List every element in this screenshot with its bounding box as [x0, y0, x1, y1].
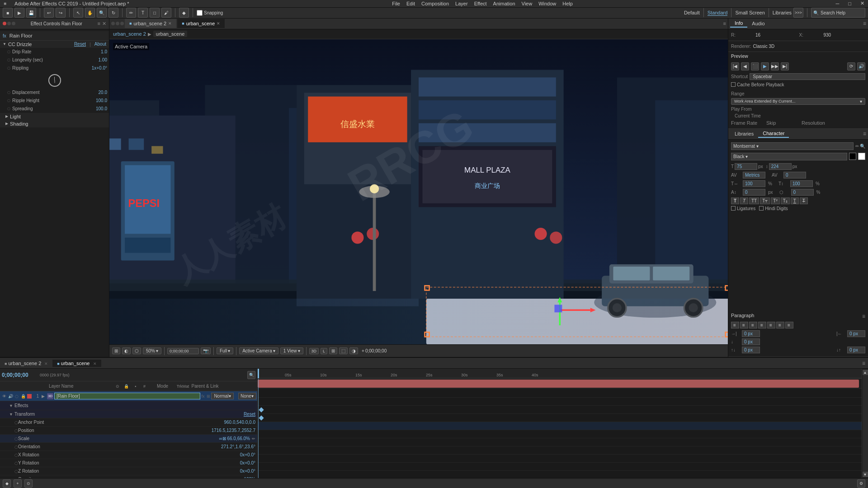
- redo-btn[interactable]: ↪: [56, 8, 66, 18]
- cache-checkbox[interactable]: Cache Before Playback: [731, 82, 784, 87]
- kerning-select[interactable]: Metrics: [743, 172, 765, 178]
- z-rotation-value[interactable]: 0x+0.0°: [240, 469, 255, 474]
- drip-rate-value[interactable]: 1.0: [80, 49, 107, 54]
- shape-tool[interactable]: □: [150, 8, 160, 18]
- workspace-standard[interactable]: Standard: [708, 10, 728, 16]
- anchor-stopwatch[interactable]: ◌: [14, 420, 18, 425]
- light-section[interactable]: ▶ Light: [0, 113, 109, 120]
- displacement-value[interactable]: 20.0: [80, 90, 107, 95]
- menu-window[interactable]: Window: [538, 1, 556, 6]
- close-tab-urban2[interactable]: ✕: [168, 21, 172, 26]
- window-maximize[interactable]: □: [848, 1, 851, 6]
- layer-1-mode[interactable]: Normal▾: [211, 393, 234, 399]
- align-left-btn[interactable]: ≡: [731, 322, 739, 328]
- prev-first-btn[interactable]: |◀: [731, 62, 739, 70]
- panel-close-btn[interactable]: ✕: [102, 21, 106, 27]
- tsumi-input[interactable]: 0: [791, 189, 814, 196]
- rotate-tool[interactable]: ↻: [108, 8, 118, 18]
- layer-1-fx[interactable]: fx: [200, 394, 206, 399]
- undo-btn[interactable]: ↩: [44, 8, 54, 18]
- workspace-libraries[interactable]: Libraries: [773, 10, 792, 15]
- viewport-timer-btn[interactable]: 0;00;00;00: [167, 348, 199, 354]
- grid-btn[interactable]: ⊞: [329, 347, 337, 354]
- y-rotation-value[interactable]: 0x+0.0°: [240, 460, 255, 465]
- baseline-input[interactable]: 0: [743, 189, 765, 196]
- menu-file[interactable]: File: [392, 1, 400, 6]
- layer-1-switch[interactable]: ⊞: [206, 394, 211, 399]
- yrot-stopwatch[interactable]: ◌: [14, 461, 18, 465]
- layer-1-color[interactable]: [27, 394, 32, 399]
- prev-back-btn[interactable]: ◀: [741, 62, 749, 70]
- longevity-value[interactable]: 1.00: [80, 57, 107, 62]
- tl-scrollbar[interactable]: ▲ ▼: [862, 369, 868, 478]
- viewport-grid-btn[interactable]: ⊞: [112, 347, 120, 354]
- font-style-select[interactable]: Black ▾: [731, 153, 847, 160]
- shortcut-value[interactable]: Spacebar: [750, 73, 865, 80]
- panel-menu-btn-comp[interactable]: ≡: [723, 21, 726, 26]
- longevity-row[interactable]: ◌ Longevity (sec) 1.00: [0, 56, 109, 64]
- tl-current-time[interactable]: 0;00;00;00: [2, 372, 38, 378]
- tl-search-btn[interactable]: 🔍: [247, 371, 255, 379]
- line-height-input[interactable]: 224: [769, 163, 792, 170]
- transform-reset-btn[interactable]: Reset: [242, 412, 255, 417]
- cache-cb[interactable]: [731, 82, 736, 87]
- pen-tool[interactable]: ✏: [126, 8, 136, 18]
- bold-btn[interactable]: T: [731, 197, 739, 204]
- view-dropdown[interactable]: Active Camera ▾: [239, 347, 278, 354]
- align-justify-center-btn[interactable]: ≡: [785, 322, 793, 328]
- layer-row-1[interactable]: 👁 🔊 ◌ 🔒 1 ▶ 3D [Rain Floor] fx ⊞ Normal▾: [0, 391, 257, 401]
- panel-menu-info[interactable]: ≡: [863, 20, 866, 27]
- region-btn[interactable]: ⬚: [339, 347, 348, 354]
- small-caps-btn[interactable]: Tᴛ: [760, 197, 770, 204]
- prev-mute-btn[interactable]: 🔊: [857, 62, 865, 70]
- tracking-input[interactable]: 0: [783, 172, 806, 178]
- tab-libraries[interactable]: Libraries: [730, 130, 758, 137]
- new-project-btn[interactable]: ■: [3, 8, 13, 18]
- workspace-more[interactable]: >>>: [793, 8, 803, 18]
- exposure-btn[interactable]: ◑: [349, 347, 358, 354]
- hindi-cb[interactable]: [759, 206, 764, 211]
- comp-tab-urban[interactable]: ■ urban_scene ✕: [177, 19, 225, 28]
- menu-effect[interactable]: Effect: [474, 1, 487, 6]
- workspace-small-screen[interactable]: Small Screen: [735, 10, 764, 15]
- layer-btn[interactable]: L: [321, 348, 327, 354]
- x-rotation-value[interactable]: 0x+0.0°: [240, 452, 255, 457]
- ligatures-cb[interactable]: [731, 206, 736, 211]
- spreading-row[interactable]: ◌ Spreading 100.0: [0, 105, 109, 113]
- select-tool[interactable]: ↖: [73, 8, 83, 18]
- space-before-val[interactable]: 0 px: [742, 347, 760, 353]
- menu-edit[interactable]: Edit: [406, 1, 415, 6]
- menu-composition[interactable]: Composition: [421, 1, 449, 6]
- align-center-btn[interactable]: ≡: [740, 322, 748, 328]
- text-tool[interactable]: T: [138, 8, 148, 18]
- tab-character[interactable]: Character: [758, 130, 789, 138]
- position-value[interactable]: 1716.5,1235.7,2552.7: [212, 428, 255, 433]
- ripple-height-value[interactable]: 100.0: [80, 98, 107, 103]
- tl-close-1[interactable]: ✕: [44, 361, 48, 366]
- puppet-tool[interactable]: ◆: [179, 8, 189, 18]
- layer-1-solo[interactable]: ◌: [14, 393, 20, 399]
- cc-drizzle-section[interactable]: ▼ CC Drizzle Reset | About: [0, 41, 109, 48]
- prev-forward-btn[interactable]: ▶▶: [771, 62, 779, 70]
- tl-panel-menu[interactable]: ≡: [862, 360, 865, 366]
- align-justify-full-btn[interactable]: ≡: [776, 322, 784, 328]
- panel-menu-char[interactable]: ≡: [863, 131, 866, 137]
- prev-loop-btn[interactable]: ⟳: [847, 62, 855, 70]
- font-color-swatch[interactable]: [849, 153, 856, 160]
- tab-audio[interactable]: Audio: [747, 20, 769, 27]
- tl-track-1[interactable]: [258, 379, 868, 389]
- hindi-digits-checkbox[interactable]: Hindi Digits: [759, 206, 788, 211]
- comp-tab-urban2[interactable]: ■ urban_scene 2 ✕: [125, 19, 176, 28]
- scale-stopwatch[interactable]: ◌: [14, 436, 18, 441]
- tl-solo-off[interactable]: ⊙: [24, 479, 33, 488]
- space-after-val[interactable]: 0 px: [847, 347, 865, 353]
- menu-animation[interactable]: Animation: [493, 1, 515, 6]
- open-btn[interactable]: ▶: [14, 8, 24, 18]
- tl-close-2[interactable]: ✕: [93, 361, 97, 366]
- rippling-value[interactable]: 1x+0.0°: [80, 66, 107, 70]
- menu-help[interactable]: Help: [562, 1, 573, 6]
- close-tab-urban[interactable]: ✕: [217, 21, 220, 26]
- sub-btn[interactable]: T₂: [781, 197, 790, 204]
- spreading-value[interactable]: 100.0: [80, 106, 107, 111]
- align-justify-right-btn[interactable]: ≡: [767, 322, 775, 328]
